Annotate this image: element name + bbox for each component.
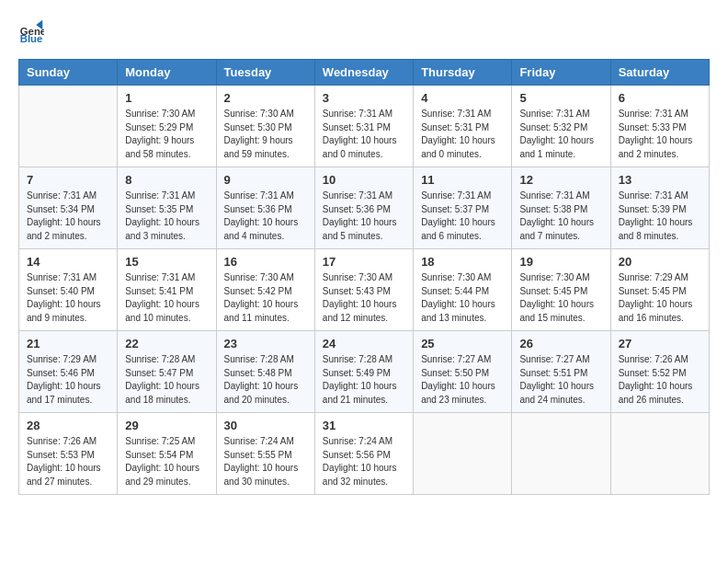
logo: General Blue bbox=[18, 18, 48, 44]
calendar-cell: 23Sunrise: 7:28 AM Sunset: 5:48 PM Dayli… bbox=[216, 331, 314, 413]
day-number: 7 bbox=[27, 173, 109, 187]
calendar-cell: 17Sunrise: 7:30 AM Sunset: 5:43 PM Dayli… bbox=[314, 249, 413, 331]
day-number: 2 bbox=[224, 91, 307, 105]
day-number: 15 bbox=[125, 255, 208, 269]
weekday-header: Wednesday bbox=[314, 60, 413, 86]
calendar-week-row: 7Sunrise: 7:31 AM Sunset: 5:34 PM Daylig… bbox=[19, 167, 710, 249]
weekday-header: Sunday bbox=[19, 60, 118, 86]
calendar-cell: 19Sunrise: 7:30 AM Sunset: 5:45 PM Dayli… bbox=[512, 249, 610, 331]
calendar-cell: 5Sunrise: 7:31 AM Sunset: 5:32 PM Daylig… bbox=[512, 86, 610, 167]
day-number: 4 bbox=[421, 91, 504, 105]
calendar-cell: 10Sunrise: 7:31 AM Sunset: 5:36 PM Dayli… bbox=[314, 167, 413, 249]
weekday-header: Friday bbox=[512, 60, 610, 86]
day-info: Sunrise: 7:31 AM Sunset: 5:35 PM Dayligh… bbox=[125, 190, 208, 243]
day-number: 9 bbox=[224, 173, 307, 187]
day-number: 25 bbox=[421, 337, 504, 350]
day-info: Sunrise: 7:26 AM Sunset: 5:52 PM Dayligh… bbox=[619, 353, 701, 407]
calendar-cell: 30Sunrise: 7:24 AM Sunset: 5:55 PM Dayli… bbox=[216, 413, 314, 495]
calendar-cell: 8Sunrise: 7:31 AM Sunset: 5:35 PM Daylig… bbox=[118, 167, 216, 249]
day-number: 19 bbox=[519, 255, 602, 269]
day-number: 30 bbox=[224, 419, 307, 432]
calendar-cell: 25Sunrise: 7:27 AM Sunset: 5:50 PM Dayli… bbox=[414, 331, 512, 413]
day-number: 1 bbox=[125, 91, 208, 105]
day-info: Sunrise: 7:31 AM Sunset: 5:34 PM Dayligh… bbox=[27, 190, 109, 243]
day-number: 29 bbox=[125, 419, 208, 432]
day-number: 5 bbox=[519, 91, 602, 105]
page-header: General Blue bbox=[18, 18, 710, 44]
day-number: 16 bbox=[224, 255, 307, 269]
calendar-cell: 18Sunrise: 7:30 AM Sunset: 5:44 PM Dayli… bbox=[414, 249, 512, 331]
calendar-cell: 2Sunrise: 7:30 AM Sunset: 5:30 PM Daylig… bbox=[216, 86, 314, 167]
calendar-table: SundayMondayTuesdayWednesdayThursdayFrid… bbox=[18, 59, 710, 495]
day-info: Sunrise: 7:31 AM Sunset: 5:32 PM Dayligh… bbox=[519, 108, 602, 161]
day-number: 27 bbox=[619, 337, 701, 350]
day-info: Sunrise: 7:25 AM Sunset: 5:54 PM Dayligh… bbox=[125, 435, 208, 488]
calendar-cell: 31Sunrise: 7:24 AM Sunset: 5:56 PM Dayli… bbox=[314, 413, 413, 495]
day-info: Sunrise: 7:29 AM Sunset: 5:45 PM Dayligh… bbox=[619, 271, 701, 325]
day-number: 21 bbox=[27, 337, 109, 350]
day-info: Sunrise: 7:31 AM Sunset: 5:37 PM Dayligh… bbox=[421, 190, 504, 243]
day-number: 23 bbox=[224, 337, 307, 350]
calendar-cell: 29Sunrise: 7:25 AM Sunset: 5:54 PM Dayli… bbox=[118, 413, 216, 495]
day-number: 24 bbox=[323, 337, 405, 350]
calendar-cell: 28Sunrise: 7:26 AM Sunset: 5:53 PM Dayli… bbox=[19, 413, 118, 495]
calendar-cell bbox=[610, 413, 709, 495]
day-number: 8 bbox=[125, 173, 208, 187]
calendar-week-row: 28Sunrise: 7:26 AM Sunset: 5:53 PM Dayli… bbox=[19, 413, 710, 495]
day-info: Sunrise: 7:28 AM Sunset: 5:49 PM Dayligh… bbox=[323, 353, 405, 407]
day-info: Sunrise: 7:31 AM Sunset: 5:31 PM Dayligh… bbox=[323, 108, 405, 161]
day-info: Sunrise: 7:30 AM Sunset: 5:30 PM Dayligh… bbox=[224, 108, 307, 161]
calendar-cell bbox=[19, 86, 118, 167]
day-number: 10 bbox=[323, 173, 405, 187]
day-info: Sunrise: 7:31 AM Sunset: 5:41 PM Dayligh… bbox=[125, 271, 208, 325]
calendar-cell: 6Sunrise: 7:31 AM Sunset: 5:33 PM Daylig… bbox=[610, 86, 709, 167]
day-info: Sunrise: 7:28 AM Sunset: 5:47 PM Dayligh… bbox=[125, 353, 208, 407]
day-info: Sunrise: 7:30 AM Sunset: 5:29 PM Dayligh… bbox=[125, 108, 208, 161]
calendar-cell bbox=[512, 413, 610, 495]
day-info: Sunrise: 7:31 AM Sunset: 5:36 PM Dayligh… bbox=[224, 190, 307, 243]
day-number: 3 bbox=[323, 91, 405, 105]
day-info: Sunrise: 7:31 AM Sunset: 5:33 PM Dayligh… bbox=[619, 108, 701, 161]
day-info: Sunrise: 7:26 AM Sunset: 5:53 PM Dayligh… bbox=[27, 435, 109, 488]
calendar-cell: 15Sunrise: 7:31 AM Sunset: 5:41 PM Dayli… bbox=[118, 249, 216, 331]
calendar-week-row: 14Sunrise: 7:31 AM Sunset: 5:40 PM Dayli… bbox=[19, 249, 710, 331]
calendar-cell: 4Sunrise: 7:31 AM Sunset: 5:31 PM Daylig… bbox=[414, 86, 512, 167]
calendar-cell: 20Sunrise: 7:29 AM Sunset: 5:45 PM Dayli… bbox=[610, 249, 709, 331]
day-number: 12 bbox=[519, 173, 602, 187]
day-info: Sunrise: 7:30 AM Sunset: 5:43 PM Dayligh… bbox=[323, 271, 405, 325]
calendar-cell: 24Sunrise: 7:28 AM Sunset: 5:49 PM Dayli… bbox=[314, 331, 413, 413]
calendar-week-row: 1Sunrise: 7:30 AM Sunset: 5:29 PM Daylig… bbox=[19, 86, 710, 167]
weekday-header: Saturday bbox=[610, 60, 709, 86]
weekday-header: Tuesday bbox=[216, 60, 314, 86]
calendar-cell: 3Sunrise: 7:31 AM Sunset: 5:31 PM Daylig… bbox=[314, 86, 413, 167]
day-info: Sunrise: 7:24 AM Sunset: 5:55 PM Dayligh… bbox=[224, 435, 307, 488]
day-number: 6 bbox=[619, 91, 701, 105]
day-number: 14 bbox=[27, 255, 109, 269]
day-info: Sunrise: 7:31 AM Sunset: 5:40 PM Dayligh… bbox=[27, 271, 109, 325]
day-info: Sunrise: 7:30 AM Sunset: 5:42 PM Dayligh… bbox=[224, 271, 307, 325]
calendar-cell: 26Sunrise: 7:27 AM Sunset: 5:51 PM Dayli… bbox=[512, 331, 610, 413]
calendar-cell: 1Sunrise: 7:30 AM Sunset: 5:29 PM Daylig… bbox=[118, 86, 216, 167]
day-number: 18 bbox=[421, 255, 504, 269]
calendar-cell: 12Sunrise: 7:31 AM Sunset: 5:38 PM Dayli… bbox=[512, 167, 610, 249]
day-info: Sunrise: 7:27 AM Sunset: 5:50 PM Dayligh… bbox=[421, 353, 504, 407]
weekday-header: Monday bbox=[118, 60, 216, 86]
calendar-cell: 11Sunrise: 7:31 AM Sunset: 5:37 PM Dayli… bbox=[414, 167, 512, 249]
calendar-cell: 22Sunrise: 7:28 AM Sunset: 5:47 PM Dayli… bbox=[118, 331, 216, 413]
calendar-cell: 13Sunrise: 7:31 AM Sunset: 5:39 PM Dayli… bbox=[610, 167, 709, 249]
calendar-cell: 21Sunrise: 7:29 AM Sunset: 5:46 PM Dayli… bbox=[19, 331, 118, 413]
day-number: 20 bbox=[619, 255, 701, 269]
day-number: 11 bbox=[421, 173, 504, 187]
day-number: 28 bbox=[27, 419, 109, 432]
day-info: Sunrise: 7:31 AM Sunset: 5:36 PM Dayligh… bbox=[323, 190, 405, 243]
calendar-week-row: 21Sunrise: 7:29 AM Sunset: 5:46 PM Dayli… bbox=[19, 331, 710, 413]
day-info: Sunrise: 7:31 AM Sunset: 5:31 PM Dayligh… bbox=[421, 108, 504, 161]
calendar-cell: 16Sunrise: 7:30 AM Sunset: 5:42 PM Dayli… bbox=[216, 249, 314, 331]
day-number: 13 bbox=[619, 173, 701, 187]
calendar-cell bbox=[414, 413, 512, 495]
day-number: 22 bbox=[125, 337, 208, 350]
day-number: 26 bbox=[519, 337, 602, 350]
weekday-header: Thursday bbox=[414, 60, 512, 86]
day-number: 17 bbox=[323, 255, 405, 269]
calendar-cell: 14Sunrise: 7:31 AM Sunset: 5:40 PM Dayli… bbox=[19, 249, 118, 331]
